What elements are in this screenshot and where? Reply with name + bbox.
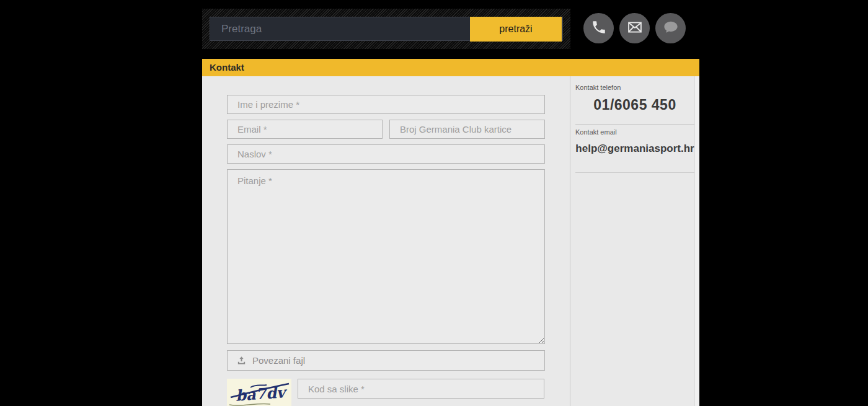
contact-form-panel: Povezani fajl ba7dv Kontakt telefon 01/6… xyxy=(202,76,699,406)
scrollbar-track[interactable] xyxy=(694,76,699,406)
phone-icon xyxy=(591,19,607,38)
subject-field[interactable] xyxy=(227,144,545,164)
contact-email-address: help@germaniasport.hr xyxy=(575,143,694,155)
sidebar-divider xyxy=(570,76,570,406)
contact-email-label: Kontakt email xyxy=(575,128,694,136)
email-icon xyxy=(626,19,644,38)
contact-phone-label: Kontakt telefon xyxy=(575,84,694,91)
captcha-code-field[interactable] xyxy=(298,379,544,399)
name-field[interactable] xyxy=(227,95,545,114)
attach-file-button[interactable]: Povezani fajl xyxy=(227,350,545,371)
content-panel: Kontakt Povezani fajl ba7dv xyxy=(202,59,699,406)
captcha-image: ba7dv xyxy=(227,379,291,406)
sidebar-separator xyxy=(575,124,694,125)
email-field[interactable] xyxy=(227,120,383,139)
upload-icon xyxy=(236,355,247,366)
page-title: Kontakt xyxy=(202,59,699,76)
chat-icon xyxy=(662,18,680,39)
attach-file-label: Povezani fajl xyxy=(252,355,305,366)
question-field[interactable] xyxy=(227,169,545,344)
email-contact-button[interactable] xyxy=(619,13,650,43)
chat-contact-button[interactable] xyxy=(655,13,686,43)
contact-phone-number: 01/6065 450 xyxy=(575,97,694,113)
search-button[interactable]: pretraži xyxy=(470,17,562,42)
page: pretraži Kontakt xyxy=(0,0,868,406)
phone-contact-button[interactable] xyxy=(583,13,614,43)
search-bar: pretraži xyxy=(202,9,570,49)
club-card-field[interactable] xyxy=(389,120,545,139)
sidebar-separator xyxy=(575,172,694,173)
